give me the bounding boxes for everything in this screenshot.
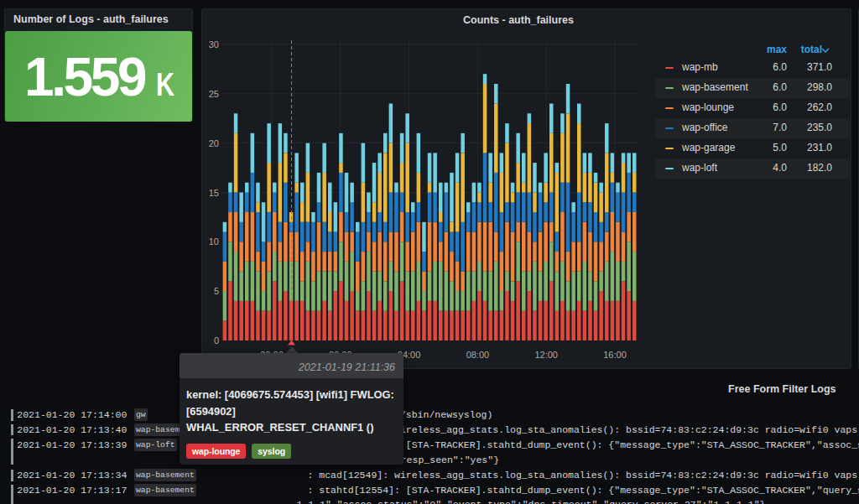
svg-text:15: 15 <box>209 188 219 198</box>
svg-text:0: 0 <box>214 335 219 346</box>
svg-text:20: 20 <box>209 138 219 148</box>
svg-text:25: 25 <box>209 89 219 99</box>
svg-text:30: 30 <box>209 39 219 49</box>
svg-text:16:00: 16:00 <box>603 350 627 360</box>
svg-text:08:00: 08:00 <box>466 350 490 360</box>
svg-text:5: 5 <box>214 286 219 296</box>
svg-text:10: 10 <box>209 236 219 247</box>
svg-text:12:00: 12:00 <box>534 350 558 360</box>
